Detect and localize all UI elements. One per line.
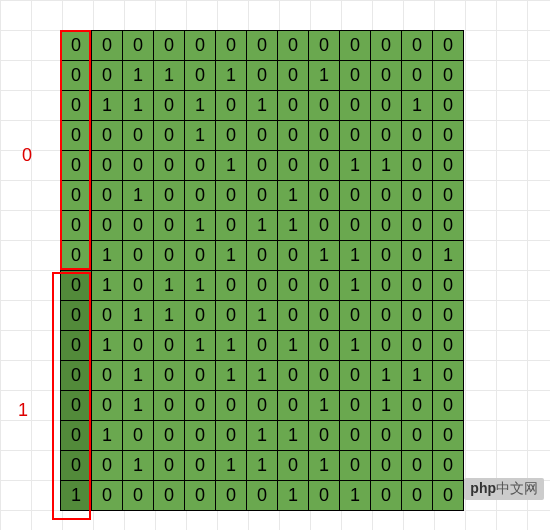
matrix-cell: 0	[216, 481, 247, 511]
matrix-cell: 0	[309, 121, 340, 151]
matrix-cell: 0	[185, 151, 216, 181]
matrix-cell: 0	[340, 61, 371, 91]
matrix-cell: 1	[123, 391, 154, 421]
matrix-cell: 0	[371, 451, 402, 481]
matrix-cell: 1	[185, 121, 216, 151]
matrix-cell: 1	[340, 481, 371, 511]
matrix-cell: 0	[433, 391, 464, 421]
matrix-cell: 0	[309, 481, 340, 511]
matrix-cell: 1	[154, 271, 185, 301]
matrix-cell: 1	[278, 211, 309, 241]
matrix-cell: 0	[433, 331, 464, 361]
matrix-cell: 0	[123, 121, 154, 151]
matrix-cell: 0	[433, 31, 464, 61]
matrix-cell: 1	[247, 421, 278, 451]
matrix-cell: 0	[433, 451, 464, 481]
matrix-cell: 0	[402, 151, 433, 181]
matrix-cell: 0	[371, 241, 402, 271]
matrix-cell: 1	[247, 211, 278, 241]
matrix-cell: 0	[216, 421, 247, 451]
matrix-cell: 0	[433, 301, 464, 331]
matrix-cell: 1	[340, 241, 371, 271]
table-row: 0100110101000	[61, 331, 464, 361]
matrix-cell: 0	[216, 181, 247, 211]
matrix-cell: 0	[247, 331, 278, 361]
matrix-cell: 0	[123, 241, 154, 271]
matrix-cell: 0	[402, 421, 433, 451]
matrix-cell: 0	[247, 181, 278, 211]
matrix-cell: 0	[247, 241, 278, 271]
matrix-cell: 0	[278, 451, 309, 481]
table-row: 0100010011001	[61, 241, 464, 271]
matrix-cell: 1	[123, 451, 154, 481]
matrix-cell: 0	[61, 391, 92, 421]
matrix-cell: 1	[123, 91, 154, 121]
matrix-cell: 0	[340, 91, 371, 121]
matrix-table-wrap: 0000000000000001101001000001101010000100…	[60, 30, 464, 511]
matrix-cell: 0	[278, 271, 309, 301]
matrix-cell: 0	[402, 61, 433, 91]
matrix-cell: 0	[340, 391, 371, 421]
watermark-suffix: 中文网	[496, 480, 538, 496]
matrix-cell: 0	[340, 301, 371, 331]
matrix-cell: 0	[340, 31, 371, 61]
matrix-cell: 1	[433, 241, 464, 271]
matrix-cell: 1	[371, 151, 402, 181]
matrix-cell: 0	[154, 91, 185, 121]
matrix-cell: 0	[278, 301, 309, 331]
matrix-cell: 0	[92, 121, 123, 151]
matrix-cell: 0	[402, 481, 433, 511]
matrix-cell: 0	[154, 211, 185, 241]
matrix-cell: 0	[154, 481, 185, 511]
matrix-cell: 0	[278, 121, 309, 151]
matrix-cell: 0	[185, 31, 216, 61]
matrix-cell: 0	[185, 481, 216, 511]
matrix-cell: 1	[216, 361, 247, 391]
matrix-cell: 0	[402, 271, 433, 301]
matrix-cell: 0	[61, 121, 92, 151]
matrix-cell: 0	[433, 151, 464, 181]
matrix-cell: 1	[340, 271, 371, 301]
matrix-cell: 1	[216, 451, 247, 481]
table-row: 0101100001000	[61, 271, 464, 301]
matrix-cell: 0	[371, 121, 402, 151]
matrix-cell: 0	[309, 181, 340, 211]
matrix-cell: 0	[154, 241, 185, 271]
matrix-cell: 0	[340, 451, 371, 481]
matrix-cell: 0	[216, 301, 247, 331]
matrix-cell: 0	[185, 61, 216, 91]
matrix-cell: 0	[154, 151, 185, 181]
matrix-cell: 1	[61, 481, 92, 511]
matrix-cell: 1	[340, 331, 371, 361]
group-label-1: 1	[18, 400, 28, 421]
matrix-cell: 1	[185, 331, 216, 361]
matrix-cell: 1	[371, 361, 402, 391]
table-row: 0000000000000	[61, 31, 464, 61]
matrix-cell: 0	[371, 181, 402, 211]
matrix-cell: 0	[340, 181, 371, 211]
matrix-cell: 0	[61, 241, 92, 271]
matrix-cell: 0	[278, 91, 309, 121]
matrix-cell: 0	[371, 421, 402, 451]
matrix-cell: 1	[154, 301, 185, 331]
matrix-cell: 0	[402, 301, 433, 331]
table-row: 0110101000010	[61, 91, 464, 121]
matrix-cell: 0	[92, 61, 123, 91]
matrix-cell: 0	[247, 151, 278, 181]
matrix-cell: 0	[61, 421, 92, 451]
matrix-cell: 0	[309, 301, 340, 331]
matrix-cell: 0	[278, 391, 309, 421]
matrix-cell: 0	[123, 271, 154, 301]
table-row: 0100001100000	[61, 421, 464, 451]
matrix-cell: 0	[123, 151, 154, 181]
table-row: 0011010010000	[61, 61, 464, 91]
matrix-cell: 1	[340, 151, 371, 181]
matrix-cell: 1	[402, 361, 433, 391]
matrix-cell: 0	[247, 61, 278, 91]
watermark-badge: php中文网	[464, 478, 544, 500]
matrix-cell: 0	[247, 121, 278, 151]
matrix-cell: 0	[340, 361, 371, 391]
matrix-cell: 1	[278, 331, 309, 361]
matrix-cell: 0	[402, 31, 433, 61]
matrix-cell: 0	[309, 331, 340, 361]
